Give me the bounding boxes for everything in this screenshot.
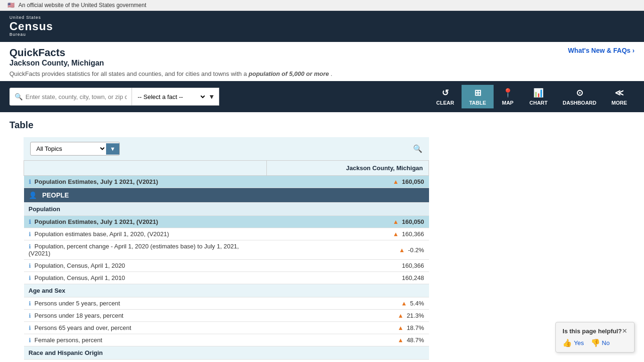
triangle-icon: ▲ [401,300,407,307]
census-logo[interactable]: United States Census Bureau [9,16,53,37]
row-value: ▲ 160,050 [267,176,429,188]
triangle-icon: ▲ [393,218,399,225]
row-label: ℹ Persons under 18 years, percent [24,310,267,322]
triangle-icon: ▲ [399,247,405,254]
table-button[interactable]: ⊞ TABLE [462,85,494,108]
table-label: TABLE [469,100,486,106]
dashboard-label: DASHBOARD [563,100,597,106]
subsection-label: Population [24,203,429,216]
table-row: ℹ Population Estimates, July 1 2021, (V2… [24,176,429,188]
triangle-icon: ▲ [397,312,404,319]
category-label: Race and Hispanic Origin [24,346,429,360]
info-icon[interactable]: ℹ [29,313,31,319]
table-search-icon[interactable]: 🔍 [413,144,422,153]
clear-button[interactable]: ↺ CLEAR [429,85,462,108]
more-icon: ≪ [615,88,624,98]
map-label: MAP [502,100,513,106]
topics-dropdown-arrow: ▼ [106,143,119,155]
category-label: Age and Sex [24,284,429,297]
triangle-icon: ▲ [393,230,399,238]
widget-title: Is this page helpful? [562,328,622,335]
table-row: ℹ Population, Census, April 1, 2020 160,… [24,260,429,272]
row-value: ▲ 18.7% [267,322,429,334]
dashboard-icon: ⊙ [576,88,583,98]
table-row: ℹ Persons 65 years and over, percent ▲ 1… [24,322,429,334]
table-row: ℹ Population estimates base, April 1, 20… [24,228,429,240]
flag-icon: 🇺🇸 [8,2,15,8]
map-icon: 📍 [503,88,513,98]
whats-new-link[interactable]: What's New & FAQs › [568,47,635,54]
triangle-icon: ▲ [397,324,404,331]
gov-banner: 🇺🇸 An official website of the United Sta… [0,0,644,11]
chevron-right-icon: › [632,47,635,54]
gov-banner-text: An official website of the United States… [18,2,146,8]
info-icon[interactable]: ℹ [29,300,31,307]
toolbar-actions: ↺ CLEAR ⊞ TABLE 📍 MAP 📊 CHART ⊙ DASHBOAR… [429,85,635,108]
logo-census: Census [9,20,53,33]
row-label: ℹ Female persons, percent [24,334,267,346]
row-label: ℹ Population Estimates, July 1 2021, (V2… [24,176,267,188]
row-value: 160,248 [267,272,429,284]
table-container: All TopicsPopulationAge and SexRaceEduca… [24,137,429,362]
table-row: ℹ Population, Census, April 1, 2010 160,… [24,272,429,284]
page-description: QuickFacts provides statistics for all s… [0,70,644,81]
info-icon[interactable]: ℹ [29,263,31,269]
site-header: United States Census Bureau [0,11,644,42]
info-icon[interactable]: ℹ [29,219,31,225]
row-label: ℹ Population, Census, April 1, 2020 [24,260,267,272]
table-row: ℹ Female persons, percent ▲ 48.7% [24,334,429,346]
fact-select[interactable]: -- Select a fact -- [136,93,206,101]
triangle-icon: ▲ [397,337,404,344]
dropdown-arrow-icon: ▼ [208,93,215,100]
table-row: Age and Sex [24,284,429,297]
yes-button[interactable]: 👍 Yes [562,338,584,347]
map-button[interactable]: 📍 MAP [494,85,522,108]
info-icon[interactable]: ℹ [29,337,31,344]
more-button[interactable]: ≪ MORE [604,85,635,108]
info-icon[interactable]: ℹ [29,325,31,331]
widget-buttons: 👍 Yes 👎 No [562,338,627,347]
page-header: QuickFacts Jackson County, Michigan What… [0,42,644,70]
info-icon[interactable]: ℹ [29,243,31,250]
row-label: ℹ Persons under 5 years, percent [24,297,267,310]
thumbs-up-icon: 👍 [562,338,572,347]
row-value: ▲ 160,366 [267,228,429,240]
chart-label: CHART [529,100,548,106]
topics-dropdown[interactable]: All TopicsPopulationAge and SexRaceEduca… [31,142,106,155]
helpful-widget: Is this page helpful? ✕ 👍 Yes 👎 No [555,322,635,353]
row-value: ▲ -0.2% [267,240,429,260]
info-icon[interactable]: ℹ [29,179,31,185]
row-label: ℹ Population estimates base, April 1, 20… [24,228,267,240]
table-row: ℹ Persons under 5 years, percent ▲ 5.4% [24,297,429,310]
description-bold: population of 5,000 or more [248,70,329,77]
select-fact-dropdown[interactable]: -- Select a fact -- ▼ [132,88,219,106]
table-row: 👤 PEOPLE [24,188,429,203]
page-subtitle: Jackson County, Michigan [9,59,104,67]
row-value: ▲ 48.7% [267,334,429,346]
chart-button[interactable]: 📊 CHART [522,85,555,108]
table-toolbar: All TopicsPopulationAge and SexRaceEduca… [24,137,429,160]
no-button[interactable]: 👎 No [591,338,610,347]
data-table: Jackson County, Michigan ℹ Population Es… [24,160,429,362]
table-icon: ⊞ [474,88,481,98]
description-end: . [330,70,332,77]
whats-new-text: What's New & FAQs [568,47,630,54]
toolbar: 🔍 -- Select a fact -- ▼ ↺ CLEAR ⊞ TABLE … [0,81,644,112]
table-row: ℹ Persons under 18 years, percent ▲ 21.3… [24,310,429,322]
info-icon[interactable]: ℹ [29,275,31,281]
widget-header: Is this page helpful? ✕ [562,327,627,335]
triangle-icon: ▲ [393,178,399,185]
row-value: ▲ 160,050 [267,216,429,228]
topics-select[interactable]: All TopicsPopulationAge and SexRaceEduca… [30,142,120,156]
table-row: ℹ Population, percent change - April 1, … [24,240,429,260]
no-label: No [602,339,610,346]
section-title: Table [9,120,635,131]
yes-label: Yes [574,339,584,346]
search-input[interactable] [25,93,127,100]
row-value: ▲ 87.3% [267,360,429,362]
close-icon[interactable]: ✕ [622,327,627,335]
search-box[interactable]: 🔍 [9,88,132,106]
table-row: ℹ Population Estimates, July 1 2021, (V2… [24,216,429,228]
info-icon[interactable]: ℹ [29,231,31,238]
dashboard-button[interactable]: ⊙ DASHBOARD [555,85,604,108]
